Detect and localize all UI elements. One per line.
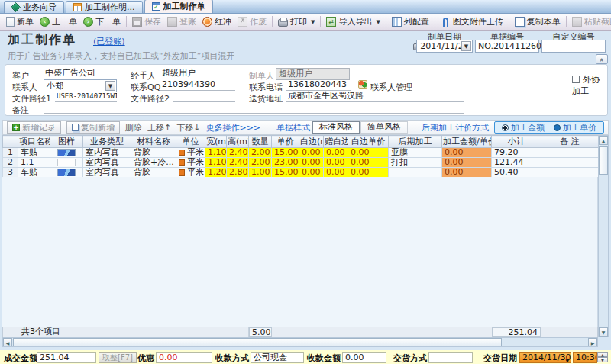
posted-status-link[interactable]: (已登账): [93, 36, 125, 47]
scroll-right-icon[interactable]: ▶: [588, 338, 597, 346]
copy-row-button[interactable]: 复制新增: [66, 121, 120, 134]
cell-unit-price[interactable]: 23.00: [272, 158, 299, 168]
next-order-button[interactable]: ›下一单: [80, 15, 124, 28]
cell-remark[interactable]: [541, 168, 599, 178]
col-post-process[interactable]: 后期加工: [389, 136, 442, 148]
spinner-up-icon[interactable]: ▲: [597, 352, 608, 357]
scroll-left-icon[interactable]: ◀: [3, 338, 12, 346]
cell-business-type[interactable]: 室内写真: [83, 168, 131, 178]
cell-width[interactable]: 1.10: [205, 148, 227, 158]
print-button[interactable]: 打印▼: [275, 15, 318, 28]
style-simple-button[interactable]: 简单风格: [360, 121, 408, 134]
delivery-time-field[interactable]: 10:30: [573, 352, 597, 363]
contact-dropdown-icon[interactable]: ▼: [105, 81, 115, 91]
attachment-upload-button[interactable]: 图文附件上传: [438, 15, 506, 28]
scroll-up-icon[interactable]: ▲: [599, 136, 608, 145]
spinner-down-icon[interactable]: ▼: [597, 357, 608, 362]
cell-white-edge-price[interactable]: 0.00: [348, 148, 389, 158]
cell-process-amount[interactable]: 0.00: [442, 158, 492, 168]
pricing-unit-radio[interactable]: 加工单价: [554, 122, 596, 134]
cell-unit[interactable]: 平米: [176, 168, 205, 178]
cell-white-edge-price[interactable]: 0.00: [348, 158, 389, 168]
cell-unit-price[interactable]: 15.00: [272, 168, 299, 178]
cell-subtotal[interactable]: 121.44: [492, 158, 541, 168]
discount-field[interactable]: 0.00: [156, 352, 212, 363]
vertical-scroll-thumb[interactable]: [599, 146, 608, 175]
col-picture[interactable]: 图样: [50, 136, 83, 148]
qq-field[interactable]: 2103944390: [160, 79, 235, 91]
column-config-button[interactable]: 列配置: [389, 15, 432, 28]
col-selector[interactable]: [3, 136, 18, 148]
col-unit-price[interactable]: 单价: [272, 136, 299, 148]
vertical-scrollbar[interactable]: ▲ ▼: [598, 135, 609, 337]
col-process-amount[interactable]: 加工金额/单价: [442, 136, 492, 148]
col-material[interactable]: 材料名称: [131, 136, 176, 148]
col-height[interactable]: 高(m): [227, 136, 249, 148]
col-white-edge[interactable]: 白边(m): [299, 136, 324, 148]
file-path1-field[interactable]: USER-20140715WT:C:\Users: [55, 91, 117, 102]
outsource-checkbox[interactable]: 外协加工: [572, 74, 607, 97]
cell-free-white-edge[interactable]: 0.00: [324, 148, 348, 158]
style-standard-button[interactable]: 标准风格: [312, 121, 360, 134]
move-up-button[interactable]: 上移↑: [147, 122, 171, 134]
cell-free-white-edge[interactable]: 0.00: [324, 168, 348, 178]
deal-amount-field[interactable]: 251.04: [37, 352, 96, 363]
cell-process-amount[interactable]: 0.00: [442, 168, 492, 178]
cell-height[interactable]: 2.40: [227, 158, 249, 168]
cell-white-edge[interactable]: 0.00: [299, 158, 324, 168]
col-quantity[interactable]: 数量: [249, 136, 272, 148]
cell-white-edge[interactable]: 0.00: [299, 148, 324, 158]
delivery-method-field[interactable]: [428, 352, 473, 363]
cell-width[interactable]: 1.10: [205, 158, 227, 168]
col-remark[interactable]: 备 注: [541, 136, 599, 148]
cell-remark[interactable]: [541, 158, 599, 168]
cell-business-type[interactable]: 室内写真: [83, 148, 131, 158]
cell-item-name[interactable]: 1.1: [18, 158, 50, 168]
cell-subtotal[interactable]: 50.40: [492, 168, 541, 178]
tab-processing-detail[interactable]: 加工制作明...: [66, 1, 143, 13]
red-reverse-button[interactable]: 红冲: [199, 15, 234, 28]
order-number-field[interactable]: NO.201411260001: [475, 40, 539, 53]
move-down-button[interactable]: 下移↓: [176, 122, 200, 134]
horizontal-scroll-thumb[interactable]: [13, 338, 502, 346]
handler-field[interactable]: 超级用户: [160, 68, 235, 79]
file-path2-field[interactable]: [173, 91, 235, 102]
col-unit[interactable]: 单位: [176, 136, 205, 148]
cell-post-process[interactable]: [389, 168, 442, 178]
cell-free-white-edge[interactable]: 0.00: [324, 158, 348, 168]
customer-field[interactable]: 中盛广告公司: [44, 68, 117, 79]
cell-picture[interactable]: [50, 168, 83, 178]
pay-method-field[interactable]: 公司现金: [251, 352, 304, 363]
new-order-button[interactable]: 新单: [3, 15, 37, 28]
cell-business-type[interactable]: 室内写真: [83, 158, 131, 168]
cell-post-process[interactable]: 亚膜: [389, 148, 442, 158]
order-date-field[interactable]: 2014/11/26 ▼: [416, 40, 473, 53]
cell-remark[interactable]: [541, 148, 599, 158]
cell-post-process[interactable]: 打扣: [389, 158, 442, 168]
cell-material[interactable]: 背胶: [131, 168, 176, 178]
save-button[interactable]: 保存: [129, 15, 164, 28]
cell-item-name[interactable]: 车贴: [18, 168, 50, 178]
cell-unit-price[interactable]: 15.00: [272, 148, 299, 158]
col-width[interactable]: 宽(m): [205, 136, 227, 148]
cell-white-edge[interactable]: 0.00: [299, 168, 324, 178]
cell-picture[interactable]: [50, 158, 83, 168]
cell-quantity[interactable]: 2.00: [249, 148, 272, 158]
col-business-type[interactable]: 业务类型: [83, 136, 131, 148]
import-export-button[interactable]: ⇄导入导出▼: [323, 15, 383, 28]
paste-screenshot-button[interactable]: 粘贴截图: [569, 15, 611, 28]
post-account-button[interactable]: 登账: [164, 15, 199, 28]
col-subtotal[interactable]: 小计: [492, 136, 541, 148]
remark-field[interactable]: [44, 102, 464, 114]
address-field[interactable]: 成都市金牛区蜀汉路: [286, 91, 464, 102]
delete-row-button[interactable]: 删除: [125, 122, 142, 134]
tab-processing-order[interactable]: 加工制作单: [144, 0, 213, 13]
previous-order-button[interactable]: ‹上一单: [37, 15, 80, 28]
cell-white-edge-price[interactable]: 0.00: [348, 168, 389, 178]
pricing-amount-radio[interactable]: 加工金额: [502, 122, 545, 134]
cell-subtotal[interactable]: 79.20: [492, 148, 541, 158]
cell-quantity[interactable]: 2.00: [249, 158, 272, 168]
round-button[interactable]: 取整[F7]: [99, 352, 137, 363]
horizontal-scrollbar[interactable]: ◀ ▶: [2, 337, 598, 347]
cell-unit[interactable]: 平米: [176, 148, 205, 158]
